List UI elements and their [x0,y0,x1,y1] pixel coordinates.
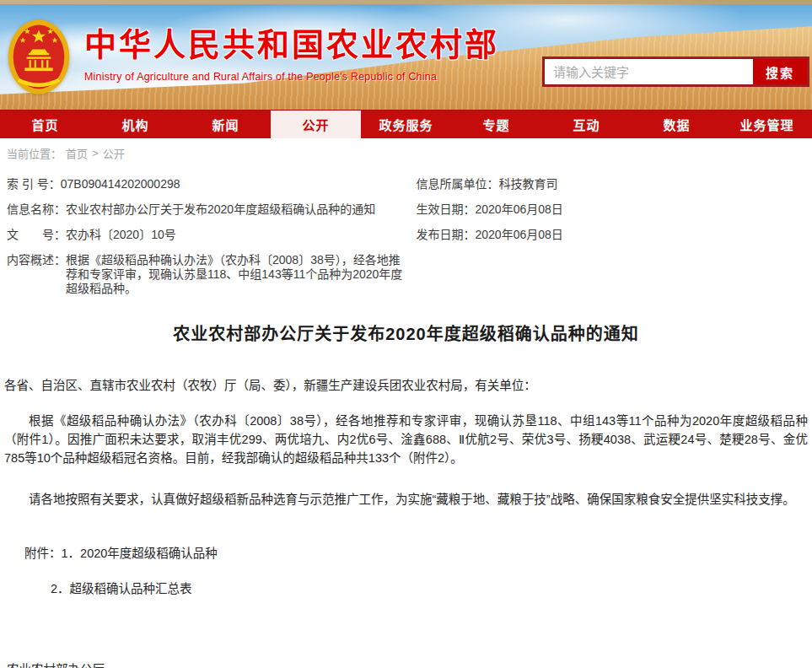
meta-value: 农办科〔2020〕10号 [66,228,176,242]
search-button[interactable]: 搜索 [753,59,807,84]
nav-item-disclosure[interactable]: 公开 [271,110,361,138]
document-body: 各省、自治区、直辖市农业农村（农牧）厅（局、委），新疆生产建设兵团农业农村局，有… [3,376,809,668]
main-nav: 首页 机构 新闻 公开 政务服务 专题 互动 数据 业务管理 [0,110,812,138]
nav-item-interaction[interactable]: 互动 [541,110,632,138]
national-emblem-icon [7,19,71,98]
meta-label: 生效日期： [417,202,476,217]
meta-label: 发布日期： [417,228,476,242]
breadcrumb-link-home[interactable]: 首页 [66,145,88,161]
meta-label: 内容概述： [7,253,66,296]
meta-label: 文 号： [7,228,66,242]
meta-row-info-name: 信息名称： 农业农村部办公厅关于发布2020年度超级稻确认品种的通知 [7,202,406,217]
meta-value: 根据《超级稻品种确认办法》（农办科〔2008〕38号），经各地推荐和专家评审，现… [66,253,410,296]
attachments-label: 附件： [24,547,62,560]
meta-row-summary: 内容概述： 根据《超级稻品种确认办法》（农办科〔2008〕38号），经各地推荐和… [7,253,406,296]
meta-value: 科技教育司 [499,177,558,191]
document-salutation: 各省、自治区、直辖市农业农村（农牧）厅（局、委），新疆生产建设兵团农业农村局，有… [4,376,808,395]
meta-row-publish-date: 发布日期： 2020年06月08日 [417,228,806,242]
attachments-line-2: 2．超级稻确认品种汇总表 [51,579,808,598]
nav-item-news[interactable]: 新闻 [180,110,271,138]
meta-label: 索 引 号： [7,177,61,191]
document-paragraph-1: 根据《超级稻品种确认办法》（农办科〔2008〕38号），经各地推荐和专家评审，现… [4,412,808,467]
attachments-line-1: 附件：1．2020年度超级稻确认品种 [24,544,808,563]
meta-label: 信息名称： [7,202,66,217]
logo-text: 中华人民共和国农业农村部 Ministry of Agriculture and… [84,19,499,83]
nav-item-home[interactable]: 首页 [0,110,90,138]
breadcrumb-link-disclosure[interactable]: 公开 [103,145,125,161]
nav-item-organization[interactable]: 机构 [90,110,180,138]
document-title: 农业农村部办公厅关于发布2020年度超级稻确认品种的通知 [3,321,809,345]
site-title: 中华人民共和国农业农村部 [84,27,499,64]
metadata-left-column: 索 引 号： 07B090414202000298 信息名称： 农业农村部办公厅… [7,177,406,307]
attachment-link-1[interactable]: 1．2020年度超级稻确认品种 [62,547,218,560]
document-signature: 农业农村部办公厅 [7,660,808,668]
search-box: 搜索 [542,57,809,87]
site-header: 中华人民共和国农业农村部 Ministry of Agriculture and… [0,0,812,110]
document-paragraph-2: 请各地按照有关要求，认真做好超级稻新品种选育与示范推广工作，为实施“藏粮于地、藏… [4,490,808,509]
meta-row-effective-date: 生效日期： 2020年06月08日 [417,202,806,217]
site-subtitle: Ministry of Agriculture and Rural Affair… [84,71,499,83]
meta-row-index-number: 索 引 号： 07B090414202000298 [7,177,406,191]
nav-item-business-management[interactable]: 业务管理 [722,110,812,138]
page: 中华人民共和国农业农村部 Ministry of Agriculture and… [0,0,812,668]
site-logo[interactable]: 中华人民共和国农业农村部 Ministry of Agriculture and… [7,19,499,98]
meta-label: 信息所属单位： [417,177,499,191]
breadcrumb-prefix: 当前位置： [7,145,62,161]
meta-value: 2020年06月08日 [476,202,563,217]
metadata-right-column: 信息所属单位： 科技教育司 生效日期： 2020年06月08日 发布日期： 20… [406,177,806,307]
attachment-link-2[interactable]: 2．超级稻确认品种汇总表 [51,582,192,595]
header-top-strip [0,0,812,4]
breadcrumb-separator: > [92,147,99,159]
meta-value: 07B090414202000298 [61,177,180,191]
search-input[interactable] [545,59,753,84]
meta-value: 2020年06月08日 [476,228,563,242]
meta-row-issuing-unit: 信息所属单位： 科技教育司 [417,177,806,191]
meta-value: 农业农村部办公厅关于发布2020年度超级稻确认品种的通知 [66,202,375,217]
nav-item-data[interactable]: 数据 [632,110,722,138]
meta-row-doc-number: 文 号： 农办科〔2020〕10号 [7,228,406,242]
breadcrumb: 当前位置： 首页 > 公开 [0,138,812,167]
document-content: 农业农村部办公厅关于发布2020年度超级稻确认品种的通知 各省、自治区、直辖市农… [0,321,812,668]
nav-item-topics[interactable]: 专题 [451,110,541,138]
document-metadata: 索 引 号： 07B090414202000298 信息名称： 农业农村部办公厅… [0,167,812,307]
nav-item-gov-services[interactable]: 政务服务 [361,110,451,138]
